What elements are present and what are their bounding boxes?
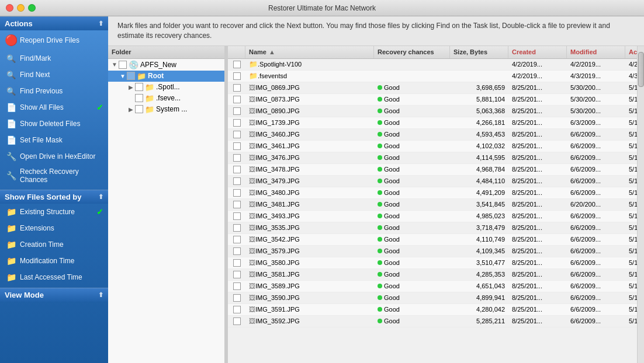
file-row[interactable]: 🖼 IMG_3591.JPG Good 4,280,042 8/25/201..… bbox=[228, 304, 637, 316]
file-row[interactable]: 🖼 IMG_3581.JPG Good 4,285,353 8/25/201..… bbox=[228, 269, 637, 281]
tree-item-root[interactable]: ▼ 📁 Root bbox=[108, 71, 224, 82]
row-checkbox[interactable] bbox=[233, 282, 241, 290]
row-checkbox-cell[interactable] bbox=[228, 306, 245, 313]
sidebar-item-recheck-recovery[interactable]: 🔧 Recheck Recovery Chances bbox=[0, 165, 108, 187]
row-checkbox-cell[interactable] bbox=[228, 224, 245, 232]
row-checkbox-cell[interactable] bbox=[228, 189, 245, 197]
sidebar-item-creation-time[interactable]: 📁 Creation Time bbox=[0, 236, 108, 253]
file-row[interactable]: 📁 .fseventsd 4/2/2019... 4/3/2019... 4/3… bbox=[228, 71, 637, 82]
file-row[interactable]: 🖼 IMG_0890.JPG Good 5,063,368 8/25/201..… bbox=[228, 106, 637, 117]
spotlight-expand-arrow[interactable]: ▶ bbox=[127, 84, 135, 90]
file-row[interactable]: 🖼 IMG_3479.JPG Good 4,484,110 8/25/201..… bbox=[228, 176, 637, 187]
sidebar-item-existing-structure[interactable]: 📁 Existing Structure ✓ bbox=[0, 204, 108, 220]
file-row[interactable]: 🖼 IMG_3476.JPG Good 4,114,595 8/25/201..… bbox=[228, 152, 637, 164]
row-checkbox[interactable] bbox=[233, 72, 241, 80]
file-row[interactable]: 🖼 IMG_0873.JPG Good 5,881,104 8/25/201..… bbox=[228, 94, 637, 106]
row-checkbox[interactable] bbox=[233, 189, 241, 197]
row-checkbox[interactable] bbox=[233, 294, 241, 302]
file-row[interactable]: 🖼 IMG_3590.JPG Good 4,899,941 8/25/201..… bbox=[228, 292, 637, 304]
row-checkbox[interactable] bbox=[233, 96, 241, 103]
file-row[interactable]: 🖼 IMG_3480.JPG Good 4,491,209 8/25/201..… bbox=[228, 187, 637, 199]
row-checkbox[interactable] bbox=[233, 142, 241, 150]
file-row[interactable]: 🖼 IMG_3460.JPG Good 4,593,453 8/25/201..… bbox=[228, 129, 637, 141]
row-checkbox-cell[interactable] bbox=[228, 84, 245, 92]
col-recovery[interactable]: Recovery chances bbox=[374, 46, 450, 58]
fseventsd-checkbox[interactable] bbox=[135, 94, 143, 102]
file-row[interactable]: 🖼 IMG_3481.JPG Good 3,541,845 8/25/201..… bbox=[228, 199, 637, 211]
row-checkbox-cell[interactable] bbox=[228, 96, 245, 103]
row-checkbox-cell[interactable] bbox=[228, 271, 245, 278]
spotlight-checkbox[interactable] bbox=[135, 83, 143, 91]
system-expand-arrow[interactable]: ▶ bbox=[127, 106, 135, 113]
tree-item-fseventsd[interactable]: ▶ 📁 .fseve... bbox=[108, 93, 224, 104]
col-size[interactable]: Size, Bytes bbox=[450, 46, 508, 58]
apfs-checkbox[interactable] bbox=[119, 61, 127, 69]
actions-collapse-icon[interactable]: ⬆ bbox=[98, 20, 103, 27]
close-button[interactable] bbox=[6, 4, 13, 12]
sidebar-item-modification-time[interactable]: 📁 Modification Time bbox=[0, 253, 108, 269]
file-row[interactable]: 🖼 IMG_1739.JPG Good 4,266,181 8/25/201..… bbox=[228, 117, 637, 129]
root-expand-arrow[interactable]: ▼ bbox=[119, 73, 127, 79]
tree-item-system[interactable]: ▶ 📁 System ... bbox=[108, 104, 224, 115]
row-checkbox-cell[interactable] bbox=[228, 247, 245, 255]
tree-item-apfs-new[interactable]: ▼ 💿 APFS_New bbox=[108, 59, 224, 71]
row-checkbox-cell[interactable] bbox=[228, 236, 245, 243]
sidebar-item-open-hexeditor[interactable]: 🔧 Open Drive in HexEditor bbox=[0, 148, 108, 165]
file-row[interactable]: 🖼 IMG_3579.JPG Good 4,109,345 8/25/201..… bbox=[228, 246, 637, 257]
row-checkbox-cell[interactable] bbox=[228, 177, 245, 185]
tree-item-spotlight[interactable]: ▶ 📁 .Spotl... bbox=[108, 82, 224, 93]
root-checkbox[interactable] bbox=[127, 72, 135, 80]
col-created[interactable]: Created bbox=[508, 46, 567, 58]
system-checkbox[interactable] bbox=[135, 105, 143, 113]
row-checkbox-cell[interactable] bbox=[228, 131, 245, 138]
row-checkbox[interactable] bbox=[233, 212, 241, 220]
sidebar-item-find-mark[interactable]: 🔍 Find/Mark bbox=[0, 50, 108, 67]
scrollbar-thumb[interactable] bbox=[638, 52, 644, 87]
row-checkbox[interactable] bbox=[233, 166, 241, 173]
file-row[interactable]: 📁 .Spotlight-V100 4/2/2019... 4/2/2019..… bbox=[228, 59, 637, 71]
file-row[interactable]: 🖼 IMG_3542.JPG Good 4,110,749 8/25/201..… bbox=[228, 234, 637, 246]
sidebar-item-last-accessed-time[interactable]: 📁 Last Accessed Time bbox=[0, 269, 108, 285]
row-checkbox-cell[interactable] bbox=[228, 317, 245, 325]
file-row[interactable]: 🖼 IMG_3461.JPG Good 4,102,032 8/25/201..… bbox=[228, 141, 637, 152]
row-checkbox-cell[interactable] bbox=[228, 61, 245, 68]
row-checkbox[interactable] bbox=[233, 271, 241, 278]
sidebar-item-find-previous[interactable]: 🔍 Find Previous bbox=[0, 83, 108, 99]
row-checkbox[interactable] bbox=[233, 247, 241, 255]
file-row[interactable]: 🖼 IMG_3589.JPG Good 4,651,043 8/25/201..… bbox=[228, 281, 637, 292]
row-checkbox[interactable] bbox=[233, 306, 241, 313]
window-controls[interactable] bbox=[6, 4, 36, 12]
sidebar-item-show-deleted-files[interactable]: 📄 Show Deleted Files bbox=[0, 116, 108, 132]
file-row[interactable]: 🖼 IMG_0869.JPG Good 3,698,659 8/25/201..… bbox=[228, 82, 637, 94]
file-row[interactable]: 🖼 IMG_3580.JPG Good 3,510,477 8/25/201..… bbox=[228, 257, 637, 269]
row-checkbox-cell[interactable] bbox=[228, 142, 245, 150]
row-checkbox[interactable] bbox=[233, 107, 241, 115]
row-checkbox-cell[interactable] bbox=[228, 107, 245, 115]
row-checkbox[interactable] bbox=[233, 154, 241, 162]
row-checkbox[interactable] bbox=[233, 177, 241, 185]
col-name[interactable]: Name ▲ bbox=[245, 46, 374, 58]
file-row[interactable]: 🖼 IMG_3535.JPG Good 3,718,479 8/25/201..… bbox=[228, 222, 637, 234]
row-checkbox-cell[interactable] bbox=[228, 294, 245, 302]
sidebar-item-reopen-drive-files[interactable]: 🔴 Reopen Drive Files bbox=[0, 30, 108, 50]
row-checkbox[interactable] bbox=[233, 119, 241, 127]
sidebar-item-show-all-files[interactable]: 📄 Show All Files ✓ bbox=[0, 99, 108, 116]
row-checkbox-cell[interactable] bbox=[228, 72, 245, 80]
scrollbar-track[interactable] bbox=[637, 46, 644, 363]
row-checkbox-cell[interactable] bbox=[228, 282, 245, 290]
view-mode-collapse-icon[interactable]: ⬆ bbox=[98, 291, 103, 299]
row-checkbox[interactable] bbox=[233, 131, 241, 138]
row-checkbox[interactable] bbox=[233, 259, 241, 267]
apfs-expand-arrow[interactable]: ▼ bbox=[110, 61, 119, 68]
col-modified[interactable]: Modified bbox=[567, 46, 625, 58]
file-row[interactable]: 🖼 IMG_3493.JPG Good 4,985,023 8/25/201..… bbox=[228, 211, 637, 222]
row-checkbox[interactable] bbox=[233, 61, 241, 68]
row-checkbox[interactable] bbox=[233, 236, 241, 243]
sort-collapse-icon[interactable]: ⬆ bbox=[98, 193, 103, 201]
row-checkbox[interactable] bbox=[233, 201, 241, 208]
row-checkbox[interactable] bbox=[233, 224, 241, 232]
row-checkbox-cell[interactable] bbox=[228, 166, 245, 173]
maximize-button[interactable] bbox=[28, 4, 36, 12]
sidebar-item-set-file-mask[interactable]: 📄 Set File Mask bbox=[0, 132, 108, 148]
row-checkbox-cell[interactable] bbox=[228, 259, 245, 267]
